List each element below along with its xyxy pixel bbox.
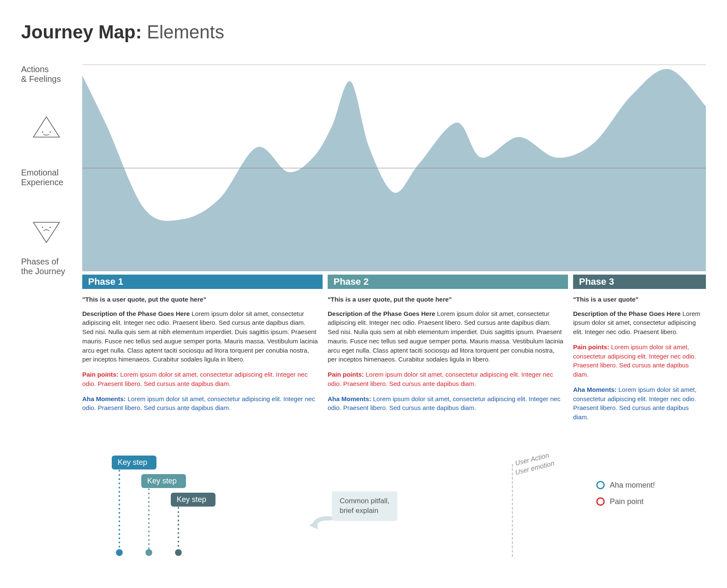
svg-marker-0 (33, 117, 59, 137)
axis-labels: Actions & Feelings Emotional Experience (21, 65, 82, 271)
phase-aha-moments: Aha Moments: Lorem ipsum dolor sit amet,… (328, 394, 564, 413)
phase-column: Phase 1 "This is a user quote, put the q… (82, 275, 323, 422)
axis-bottom-label: Phases of the Journey (21, 257, 65, 276)
key-step-chip: Key step (141, 474, 186, 488)
chart-midline (82, 168, 706, 168)
page-title: Journey Map: Elements (21, 21, 706, 43)
pitfall-legend: Common pitfall, brief explain (238, 456, 491, 557)
svg-point-1 (42, 131, 43, 132)
phase-column: Phase 2 "This is a user quote, put the q… (328, 275, 568, 422)
phase-pain-points: Pain points: Lorem ipsum dolor sit amet,… (82, 370, 318, 388)
phase-pain-points: Pain points: Lorem ipsum dolor sit amet,… (573, 343, 702, 379)
pitfall-bubble: Common pitfall, brief explain (332, 491, 397, 521)
phase-description: Description of the Phase Goes Here Lorem… (573, 309, 702, 337)
phase-aha-moments: Aha Moments: Lorem ipsum dolor sit amet,… (573, 385, 702, 422)
pain-marker-label: Pain point (610, 497, 644, 506)
key-step-connector-icon (115, 470, 124, 557)
key-step-chip: Key step (112, 456, 156, 469)
svg-point-7 (116, 549, 123, 556)
happy-face-icon (32, 115, 61, 141)
pain-marker-icon (596, 497, 605, 506)
axis-top-label: Actions & Feelings (21, 65, 61, 84)
sad-face-icon (32, 221, 61, 246)
phase-column: Phase 3 "This is a user quote" Descripti… (573, 275, 706, 422)
phase-header: Phase 2 (328, 275, 568, 289)
markers-legend: Aha moment! Pain point (596, 456, 706, 514)
aha-marker-legend: Aha moment! (596, 481, 706, 490)
phase-description: Description of the Phase Goes Here Lorem… (82, 309, 318, 364)
phases-row: Phase 1 "This is a user quote, put the q… (82, 275, 706, 422)
svg-point-9 (145, 549, 152, 556)
key-steps-legend: Key stepKey stepKey step (82, 456, 238, 557)
svg-point-2 (50, 131, 51, 132)
aha-marker-label: Aha moment! (610, 481, 655, 490)
phase-quote: "This is a user quote, put the quote her… (82, 295, 318, 304)
key-step-connector-icon (145, 488, 153, 557)
pain-marker-legend: Pain point (596, 497, 706, 506)
phase-body: "This is a user quote" Description of th… (573, 289, 706, 422)
emotion-chart (82, 65, 706, 271)
key-step-connector-icon (174, 507, 183, 557)
phase-header: Phase 3 (573, 275, 706, 289)
svg-point-11 (175, 549, 182, 556)
page-title-rest: Elements (147, 22, 224, 42)
phase-body: "This is a user quote, put the quote her… (82, 289, 323, 413)
phase-body: "This is a user quote, put the quote her… (328, 289, 568, 413)
phase-description: Description of the Phase Goes Here Lorem… (328, 309, 564, 364)
svg-point-5 (50, 227, 51, 228)
axis-mid-label: Emotional Experience (21, 168, 63, 187)
user-action-timeline-icon (512, 464, 513, 557)
undo-arrow-icon (309, 515, 334, 534)
phase-header: Phase 1 (82, 275, 323, 289)
svg-point-4 (42, 227, 43, 228)
page-title-bold: Journey Map: (21, 22, 142, 42)
phase-quote: "This is a user quote, put the quote her… (328, 295, 564, 304)
phase-aha-moments: Aha Moments: Lorem ipsum dolor sit amet,… (82, 394, 318, 413)
aha-marker-icon (596, 481, 605, 489)
phase-pain-points: Pain points: Lorem ipsum dolor sit amet,… (328, 370, 564, 388)
phase-quote: "This is a user quote" (573, 295, 702, 304)
key-step-chip: Key step (171, 493, 215, 507)
user-action-legend: User Action User emotion (491, 456, 596, 557)
svg-marker-3 (33, 222, 59, 243)
